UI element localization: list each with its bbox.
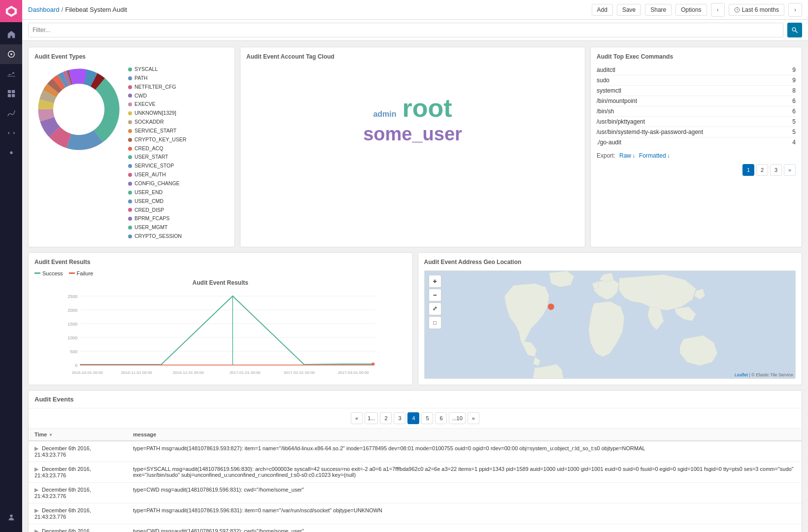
save-button[interactable]: Save xyxy=(617,4,641,16)
events-page-10[interactable]: ...10 xyxy=(449,412,465,424)
exec-label-pkttyagent: /usr/bin/pkttyagent xyxy=(597,118,645,125)
svg-text:2016-12-01 00:00: 2016-12-01 00:00 xyxy=(173,370,204,375)
expand-arrow-1[interactable]: ▶ xyxy=(34,445,38,451)
breadcrumb-current: Filebeat System Audit xyxy=(65,6,127,13)
sidebar-item-visualize[interactable] xyxy=(0,64,22,84)
expand-arrow-5[interactable]: ▶ xyxy=(34,528,38,532)
legend-config-change: CONFIG_CHANGE xyxy=(135,179,180,188)
svg-text:2017-03-01 00:00: 2017-03-01 00:00 xyxy=(338,370,370,375)
page-btn-3[interactable]: 3 xyxy=(770,164,782,176)
event-time-3: ▶ December 6th 2016, 21:43:23.776 xyxy=(29,482,127,503)
raw-label: Raw xyxy=(619,152,631,159)
svg-text:1500: 1500 xyxy=(67,322,77,327)
prev-arrow[interactable]: ‹ xyxy=(711,3,725,17)
legend-user-mgmt: USER_MGMT xyxy=(135,223,168,232)
legend-syscall: SYSCALL xyxy=(135,65,158,74)
search-button[interactable] xyxy=(787,23,802,37)
sidebar-item-management[interactable] xyxy=(0,143,22,163)
events-page-6[interactable]: 6 xyxy=(435,412,447,424)
breadcrumb: Dashboard / Filebeat System Audit xyxy=(28,6,127,13)
raw-export-link[interactable]: Raw ↓ xyxy=(619,152,635,159)
draw-button[interactable]: □ xyxy=(429,316,441,329)
exec-label-auditctl: auditctl xyxy=(597,66,615,73)
download-icon-formatted: ↓ xyxy=(667,152,670,159)
download-icon-raw: ↓ xyxy=(632,152,635,159)
share-button[interactable]: Share xyxy=(645,4,672,16)
topbar: Dashboard / Filebeat System Audit Add Sa… xyxy=(22,0,808,20)
events-page-5[interactable]: 5 xyxy=(421,412,433,424)
legend-user-start: USER_START xyxy=(135,153,168,162)
events-page-1[interactable]: 1... xyxy=(365,412,378,424)
audit-event-types-panel: Audit Event Types xyxy=(28,47,235,247)
svg-point-1 xyxy=(10,53,12,55)
legend-user-auth: USER_AUTH xyxy=(135,170,166,179)
formatted-label: Formatted xyxy=(639,152,666,159)
events-page-prev[interactable]: « xyxy=(351,412,363,424)
legend-color-success xyxy=(34,272,40,274)
bounds-button[interactable]: ⤢ xyxy=(429,302,441,315)
expand-arrow-3[interactable]: ▶ xyxy=(34,487,38,493)
zoom-out-button[interactable]: − xyxy=(429,289,441,301)
formatted-export-link[interactable]: Formatted ↓ xyxy=(639,152,670,159)
next-arrow[interactable]: › xyxy=(788,3,802,17)
exec-pagination: 1 2 3 » xyxy=(597,164,796,176)
row-2: Audit Event Results Success Failure Audi… xyxy=(28,252,802,385)
zoom-in-button[interactable]: + xyxy=(429,275,441,288)
donut-legend: SYSCALL PATH NETFILTER_CFG CWD EXECVE UN… xyxy=(128,65,229,241)
sidebar-item-timelion[interactable] xyxy=(0,103,22,123)
audit-top-exec-panel: Audit Top Exec Commands auditctl 9 sudo … xyxy=(590,47,802,247)
legend-execve: EXECVE xyxy=(135,100,156,109)
svg-rect-6 xyxy=(11,94,14,97)
export-label: Export: xyxy=(597,152,615,159)
event-message-1: type=PATH msg=audit(1481078619.593:827):… xyxy=(127,441,802,462)
leaflet-link[interactable]: Leaflet xyxy=(735,372,748,377)
exec-row-go-audit: ./go-audit 4 xyxy=(597,137,796,147)
sidebar-item-discover[interactable] xyxy=(0,44,22,64)
breadcrumb-separator: / xyxy=(62,6,64,13)
expand-arrow-2[interactable]: ▶ xyxy=(34,466,38,472)
legend-color-failure xyxy=(69,272,75,274)
svg-text:2016-10-01 00:00: 2016-10-01 00:00 xyxy=(72,370,103,375)
options-button[interactable]: Options xyxy=(675,4,707,16)
add-button[interactable]: Add xyxy=(592,4,613,16)
events-page-2[interactable]: 2 xyxy=(380,412,392,424)
events-page-4[interactable]: 4 xyxy=(407,412,419,424)
legend-user-end: USER_END xyxy=(135,188,163,197)
filter-input[interactable] xyxy=(28,23,783,37)
tag-cloud-title: Audit Event Account Tag Cloud xyxy=(246,53,579,60)
events-page-3[interactable]: 3 xyxy=(394,412,405,424)
svg-text:2500: 2500 xyxy=(67,294,77,299)
legend-unknown: UNKNOWN[1329] xyxy=(135,109,176,118)
sidebar-item-home[interactable] xyxy=(0,25,22,44)
table-row: ▶ December 6th 2016, 21:43:23.776 type=S… xyxy=(29,462,802,482)
tag-some-user: some_user xyxy=(363,125,462,143)
sidebar-item-user[interactable] xyxy=(0,507,22,527)
event-time-4: ▶ December 6th 2016, 21:43:23.776 xyxy=(29,503,127,524)
exec-count-go-audit: 4 xyxy=(792,139,796,146)
expand-arrow-4[interactable]: ▶ xyxy=(34,507,38,513)
svg-point-7 xyxy=(10,151,12,154)
event-message-4: type=PATH msg=audit(1481078619.596:831):… xyxy=(127,503,802,524)
audit-event-types-title: Audit Event Types xyxy=(34,53,229,60)
breadcrumb-dashboard[interactable]: Dashboard xyxy=(28,6,60,13)
page-btn-next[interactable]: » xyxy=(784,164,796,176)
table-row: ▶ December 6th 2016, 21:43:23.776 type=C… xyxy=(29,524,802,532)
audit-events-panel: Audit Events « 1... 2 3 4 5 6 ...10 » Ti… xyxy=(28,390,802,532)
map-controls: + − ⤢ □ xyxy=(429,275,441,329)
app-logo[interactable] xyxy=(0,0,22,22)
exec-count-sudo: 9 xyxy=(792,77,796,84)
sidebar-navigation xyxy=(0,22,22,163)
page-btn-2[interactable]: 2 xyxy=(756,164,768,176)
exec-label-sudo: sudo xyxy=(597,77,609,84)
legend-cwd: CWD xyxy=(135,92,147,100)
legend-cred-acq: CRED_ACQ xyxy=(135,144,163,153)
sidebar-item-dashboard[interactable] xyxy=(0,84,22,103)
time-range-picker[interactable]: Last 6 months xyxy=(729,4,784,16)
svg-text:2000: 2000 xyxy=(67,308,77,313)
page-btn-1[interactable]: 1 xyxy=(742,164,754,176)
legend-path: PATH xyxy=(135,74,147,83)
legend-sockaddr: SOCKADDR xyxy=(135,118,164,127)
events-page-next[interactable]: » xyxy=(468,412,479,424)
svg-point-8 xyxy=(10,515,12,517)
sidebar-item-dev-tools[interactable] xyxy=(0,123,22,143)
